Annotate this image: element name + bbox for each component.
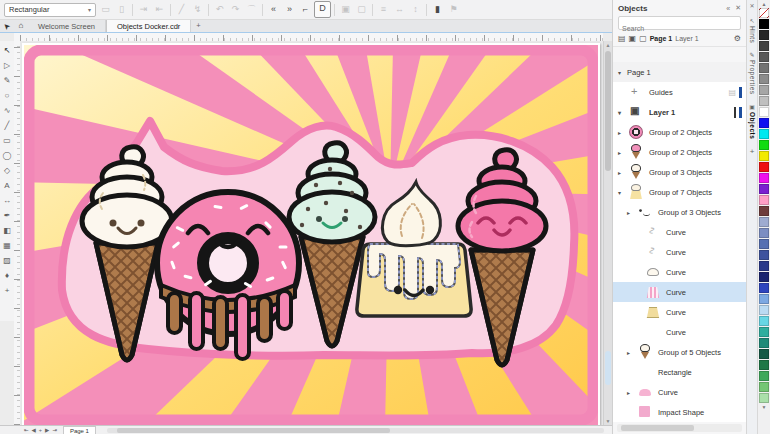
new-document-tab-button[interactable]: + xyxy=(191,20,205,32)
palette-swatch[interactable] xyxy=(759,272,769,282)
gear-icon[interactable]: ⚙ xyxy=(734,34,741,43)
tree-row-curve[interactable]: ▸ Curve xyxy=(613,382,746,402)
polygon-tool[interactable]: ◇ xyxy=(1,163,13,178)
dimension-tool[interactable]: ↔ xyxy=(1,193,13,208)
expander-icon[interactable]: ▸ xyxy=(627,209,636,216)
arc-button[interactable]: ⌒ xyxy=(244,2,259,17)
join-nodes-button[interactable]: ▣ xyxy=(338,2,353,17)
mesh-fill-tool[interactable]: ▦ xyxy=(1,238,13,253)
docker-search[interactable] xyxy=(618,16,741,30)
shape-tool[interactable]: ▷ xyxy=(1,58,13,73)
canvas-horizontal-scrollbar[interactable] xyxy=(107,428,604,433)
pen-tool[interactable]: ✒ xyxy=(1,208,13,223)
add-nodes-button[interactable]: » xyxy=(282,2,297,17)
expander-icon[interactable]: ▾ xyxy=(618,69,627,76)
transparency-tool[interactable]: ▨ xyxy=(1,253,13,268)
next-page-button[interactable]: ▶ xyxy=(45,427,49,433)
palette-swatch[interactable] xyxy=(759,228,769,238)
palette-swatch[interactable] xyxy=(759,19,769,29)
docker-horizontal-scrollbar[interactable] xyxy=(617,424,742,432)
elastic-mode-button[interactable]: ↯ xyxy=(190,2,205,17)
palette-swatch[interactable] xyxy=(759,30,769,40)
palette-swatch-none[interactable] xyxy=(759,8,769,18)
palette-swatch[interactable] xyxy=(759,360,769,370)
palette-swatch[interactable] xyxy=(759,338,769,348)
tree-row-page[interactable]: ▾ Page 1 xyxy=(613,62,746,82)
previous-page-button[interactable]: ◀ xyxy=(32,427,36,433)
tree-row-curve[interactable]: Curve xyxy=(613,262,746,282)
palette-swatch[interactable] xyxy=(759,195,769,205)
tree-row-group[interactable]: ▸ Group of 2 Objects xyxy=(613,142,746,162)
scroll-down-icon[interactable]: ▼ xyxy=(604,417,612,425)
expander-icon[interactable]: ▾ xyxy=(618,109,627,116)
palette-swatch[interactable] xyxy=(759,118,769,128)
palette-swatch[interactable] xyxy=(759,382,769,392)
palette-scroll-down-icon[interactable]: ▼ xyxy=(762,404,767,411)
tab-welcome-screen[interactable]: Welcome Screen xyxy=(28,20,106,32)
palette-scroll-up-icon[interactable]: ▲ xyxy=(762,1,767,8)
smooth-node-button[interactable]: D xyxy=(314,1,331,18)
expander-icon[interactable]: ▸ xyxy=(627,389,636,396)
corner-type-button[interactable]: ⌐ xyxy=(298,2,313,17)
zoom-tool[interactable]: ○ xyxy=(1,88,13,103)
tree-row-group[interactable]: ▾ Group of 7 Objects xyxy=(613,182,746,202)
tree-row-group[interactable]: ▸ Group of 5 Objects xyxy=(613,342,746,362)
palette-swatch[interactable] xyxy=(759,261,769,271)
rectangle-tool[interactable]: ▭ xyxy=(1,133,13,148)
horizontal-reflect-button[interactable]: ↔ xyxy=(392,2,407,17)
collapse-docker-icon[interactable]: « xyxy=(726,5,730,12)
palette-swatch[interactable] xyxy=(759,184,769,194)
search-input[interactable] xyxy=(619,23,740,35)
reduce-nodes-button[interactable]: « xyxy=(266,2,281,17)
select-all-nodes-button[interactable]: ▮ xyxy=(430,2,445,17)
palette-swatch[interactable] xyxy=(759,371,769,381)
eyedropper-tool[interactable]: ♦ xyxy=(1,268,13,283)
tree-row-impact-shape[interactable]: Impact Shape xyxy=(613,402,746,422)
tree-row-group[interactable]: ▸ Group of 3 Objects xyxy=(613,162,746,182)
text-tool[interactable]: A xyxy=(1,178,13,193)
docker-tab-objects[interactable]: ▣ Objects xyxy=(749,103,756,139)
tree-row-guides[interactable]: Guides ▤ xyxy=(613,82,746,102)
nudge-right-button[interactable]: ⇥ xyxy=(136,2,151,17)
ellipse-tool[interactable]: ◯ xyxy=(1,148,13,163)
palette-swatch[interactable] xyxy=(759,206,769,216)
palette-swatch[interactable] xyxy=(759,129,769,139)
pick-tool[interactable]: ↖ xyxy=(1,43,13,58)
freehand-tool[interactable]: ∿ xyxy=(1,103,13,118)
close-docker-icon[interactable]: ✕ xyxy=(735,4,741,12)
palette-swatch[interactable] xyxy=(759,250,769,260)
palette-swatch[interactable] xyxy=(759,316,769,326)
first-page-button[interactable]: ⇤ xyxy=(24,427,29,433)
tree-row-rectangle[interactable]: Rectangle xyxy=(613,362,746,382)
palette-swatch[interactable] xyxy=(759,239,769,249)
straight-line-button[interactable]: ╱ xyxy=(174,2,189,17)
palette-swatch[interactable] xyxy=(759,63,769,73)
rotate-cw-button[interactable]: ↷ xyxy=(228,2,243,17)
tree-row-curve[interactable]: Curve xyxy=(613,302,746,322)
palette-swatch[interactable] xyxy=(759,41,769,51)
drawing-canvas[interactable] xyxy=(20,41,603,425)
palette-swatch[interactable] xyxy=(759,162,769,172)
add-docker-button[interactable]: + xyxy=(750,147,755,156)
close-icon[interactable]: ✕ xyxy=(749,2,754,9)
canvas-vertical-scrollbar[interactable]: ▲ ▼ xyxy=(603,41,612,425)
tree-row-group[interactable]: ▸ Group of 3 Objects xyxy=(613,202,746,222)
last-page-button[interactable]: ⇥ xyxy=(52,427,57,433)
palette-swatch[interactable] xyxy=(759,74,769,84)
nudge-left-button[interactable]: ⇤ xyxy=(152,2,167,17)
expander-icon[interactable]: ▸ xyxy=(627,349,636,356)
palette-swatch[interactable] xyxy=(759,85,769,95)
palette-swatch[interactable] xyxy=(759,305,769,315)
new-object-icon[interactable]: ▤ xyxy=(618,34,626,43)
rotate-ccw-button[interactable]: ↶ xyxy=(212,2,227,17)
two-point-line-tool[interactable]: ╱ xyxy=(1,118,13,133)
curve-smoothness-button[interactable]: ⚑ xyxy=(446,2,461,17)
palette-swatch[interactable] xyxy=(759,283,769,293)
palette-swatch[interactable] xyxy=(759,52,769,62)
break-curve-button[interactable]: ▢ xyxy=(354,2,369,17)
printer-icon[interactable]: ▤ xyxy=(728,88,736,97)
tree-row-curve[interactable]: Curve xyxy=(613,222,746,242)
vertical-reflect-button[interactable]: ↕ xyxy=(408,2,423,17)
interactive-fill-tool[interactable]: ◧ xyxy=(1,223,13,238)
palette-swatch[interactable] xyxy=(759,217,769,227)
